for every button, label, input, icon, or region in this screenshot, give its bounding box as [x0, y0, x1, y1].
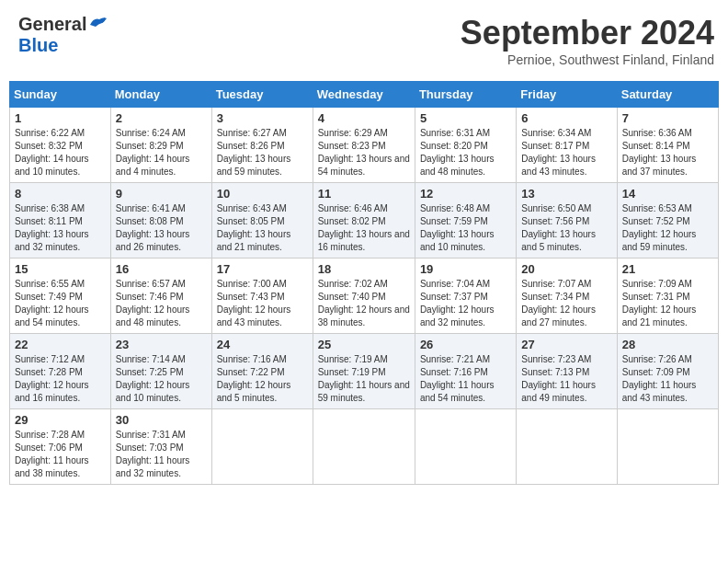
week-row-2: 8Sunrise: 6:38 AMSunset: 8:11 PMDaylight…	[10, 183, 719, 259]
sunset: Sunset: 7:56 PM	[521, 216, 589, 226]
logo-general-text: General	[18, 14, 86, 35]
day-detail: Sunrise: 7:28 AMSunset: 7:06 PMDaylight:…	[15, 429, 106, 480]
day-number: 11	[318, 187, 410, 201]
day-detail: Sunrise: 6:29 AMSunset: 8:23 PMDaylight:…	[318, 127, 410, 178]
sunset: Sunset: 7:03 PM	[116, 442, 184, 453]
sunset: Sunset: 8:29 PM	[116, 141, 184, 151]
day-cell-11: 11Sunrise: 6:46 AMSunset: 8:02 PMDayligh…	[313, 183, 415, 259]
day-detail: Sunrise: 6:31 AMSunset: 8:20 PMDaylight:…	[420, 127, 511, 178]
day-number: 24	[217, 338, 308, 351]
day-number: 9	[116, 187, 207, 201]
day-number: 23	[116, 338, 207, 351]
sunset: Sunset: 7:13 PM	[521, 367, 589, 377]
sunset: Sunset: 8:17 PM	[521, 141, 589, 151]
sunrise: Sunrise: 6:31 AM	[420, 128, 490, 138]
daylight: Daylight: 12 hours and 27 minutes.	[521, 304, 596, 327]
day-number: 25	[318, 338, 410, 351]
daylight: Daylight: 12 hours and 10 minutes.	[116, 380, 190, 403]
sunrise: Sunrise: 7:00 AM	[217, 279, 287, 289]
location-subtitle: Pernioe, Southwest Finland, Finland	[461, 52, 714, 67]
day-detail: Sunrise: 7:26 AMSunset: 7:09 PMDaylight:…	[622, 353, 713, 405]
header-day-saturday: Saturday	[617, 82, 718, 108]
day-detail: Sunrise: 7:14 AMSunset: 7:25 PMDaylight:…	[116, 353, 207, 405]
day-detail: Sunrise: 7:12 AMSunset: 7:28 PMDaylight:…	[15, 353, 106, 405]
sunset: Sunset: 8:14 PM	[622, 141, 690, 151]
day-number: 22	[15, 338, 106, 351]
day-detail: Sunrise: 6:27 AMSunset: 8:26 PMDaylight:…	[217, 127, 308, 178]
day-number: 16	[116, 262, 207, 276]
day-cell-4: 4Sunrise: 6:29 AMSunset: 8:23 PMDaylight…	[313, 108, 415, 183]
day-cell-28: 28Sunrise: 7:26 AMSunset: 7:09 PMDayligh…	[617, 334, 718, 409]
sunrise: Sunrise: 6:46 AM	[318, 203, 388, 213]
daylight: Daylight: 12 hours and 48 minutes.	[116, 304, 190, 327]
day-number: 26	[420, 338, 511, 351]
day-cell-21: 21Sunrise: 7:09 AMSunset: 7:31 PMDayligh…	[617, 259, 718, 334]
day-number: 19	[420, 262, 511, 276]
day-detail: Sunrise: 6:38 AMSunset: 8:11 PMDaylight:…	[15, 202, 106, 254]
sunset: Sunset: 8:08 PM	[116, 216, 184, 226]
day-cell-12: 12Sunrise: 6:48 AMSunset: 7:59 PMDayligh…	[415, 183, 516, 259]
day-cell-25: 25Sunrise: 7:19 AMSunset: 7:19 PMDayligh…	[313, 334, 415, 409]
day-cell-9: 9Sunrise: 6:41 AMSunset: 8:08 PMDaylight…	[110, 183, 211, 259]
daylight: Daylight: 11 hours and 32 minutes.	[116, 455, 190, 478]
sunset: Sunset: 7:43 PM	[217, 292, 285, 302]
sunset: Sunset: 8:05 PM	[217, 216, 285, 226]
sunrise: Sunrise: 6:50 AM	[521, 203, 591, 213]
week-row-3: 15Sunrise: 6:55 AMSunset: 7:49 PMDayligh…	[10, 259, 719, 334]
day-detail: Sunrise: 7:19 AMSunset: 7:19 PMDaylight:…	[318, 353, 410, 405]
sunrise: Sunrise: 7:19 AM	[318, 354, 388, 364]
day-detail: Sunrise: 6:57 AMSunset: 7:46 PMDaylight:…	[116, 278, 207, 329]
day-detail: Sunrise: 6:43 AMSunset: 8:05 PMDaylight:…	[217, 202, 308, 254]
empty-cell	[617, 409, 718, 485]
sunrise: Sunrise: 6:57 AM	[116, 279, 186, 289]
day-cell-7: 7Sunrise: 6:36 AMSunset: 8:14 PMDaylight…	[617, 108, 718, 183]
daylight: Daylight: 12 hours and 43 minutes.	[217, 304, 291, 327]
sunrise: Sunrise: 6:27 AM	[217, 128, 287, 138]
daylight: Daylight: 13 hours and 26 minutes.	[116, 229, 190, 252]
day-cell-24: 24Sunrise: 7:16 AMSunset: 7:22 PMDayligh…	[211, 334, 313, 409]
day-cell-23: 23Sunrise: 7:14 AMSunset: 7:25 PMDayligh…	[110, 334, 211, 409]
sunrise: Sunrise: 7:21 AM	[420, 354, 490, 364]
page-header: General Blue September 2024 Pernioe, Sou…	[9, 9, 719, 72]
day-detail: Sunrise: 6:41 AMSunset: 8:08 PMDaylight:…	[116, 202, 207, 254]
daylight: Daylight: 14 hours and 10 minutes.	[15, 154, 89, 177]
sunset: Sunset: 8:20 PM	[420, 141, 488, 151]
empty-cell	[415, 409, 516, 485]
day-cell-22: 22Sunrise: 7:12 AMSunset: 7:28 PMDayligh…	[10, 334, 111, 409]
day-cell-3: 3Sunrise: 6:27 AMSunset: 8:26 PMDaylight…	[211, 108, 313, 183]
sunrise: Sunrise: 7:02 AM	[318, 279, 388, 289]
sunrise: Sunrise: 7:07 AM	[521, 279, 591, 289]
daylight: Daylight: 11 hours and 54 minutes.	[420, 380, 495, 403]
sunrise: Sunrise: 6:43 AM	[217, 203, 287, 213]
day-number: 4	[318, 111, 410, 125]
sunset: Sunset: 7:31 PM	[622, 292, 690, 302]
day-number: 7	[622, 111, 713, 125]
sunset: Sunset: 7:52 PM	[622, 216, 690, 226]
daylight: Daylight: 11 hours and 43 minutes.	[622, 380, 697, 403]
daylight: Daylight: 12 hours and 16 minutes.	[15, 380, 89, 403]
sunset: Sunset: 7:16 PM	[420, 367, 488, 377]
month-title: September 2024	[461, 14, 714, 52]
logo-bird-icon	[88, 16, 108, 34]
daylight: Daylight: 13 hours and 5 minutes.	[521, 229, 596, 252]
day-number: 14	[622, 187, 713, 201]
sunrise: Sunrise: 6:48 AM	[420, 203, 490, 213]
sunrise: Sunrise: 6:29 AM	[318, 128, 388, 138]
day-cell-26: 26Sunrise: 7:21 AMSunset: 7:16 PMDayligh…	[415, 334, 516, 409]
day-cell-20: 20Sunrise: 7:07 AMSunset: 7:34 PMDayligh…	[517, 259, 617, 334]
day-detail: Sunrise: 7:09 AMSunset: 7:31 PMDaylight:…	[622, 278, 713, 329]
daylight: Daylight: 14 hours and 4 minutes.	[116, 154, 190, 177]
daylight: Daylight: 13 hours and 54 minutes.	[318, 154, 410, 177]
empty-cell	[517, 409, 617, 485]
sunset: Sunset: 8:26 PM	[217, 141, 285, 151]
day-cell-14: 14Sunrise: 6:53 AMSunset: 7:52 PMDayligh…	[617, 183, 718, 259]
day-detail: Sunrise: 7:31 AMSunset: 7:03 PMDaylight:…	[116, 429, 207, 480]
day-cell-6: 6Sunrise: 6:34 AMSunset: 8:17 PMDaylight…	[517, 108, 617, 183]
sunrise: Sunrise: 7:23 AM	[521, 354, 591, 364]
day-detail: Sunrise: 6:48 AMSunset: 7:59 PMDaylight:…	[420, 202, 511, 254]
day-detail: Sunrise: 7:00 AMSunset: 7:43 PMDaylight:…	[217, 278, 308, 329]
day-detail: Sunrise: 6:53 AMSunset: 7:52 PMDaylight:…	[622, 202, 713, 254]
logo: General Blue	[18, 14, 108, 56]
daylight: Daylight: 12 hours and 21 minutes.	[622, 304, 697, 327]
title-area: September 2024 Pernioe, Southwest Finlan…	[461, 14, 714, 67]
